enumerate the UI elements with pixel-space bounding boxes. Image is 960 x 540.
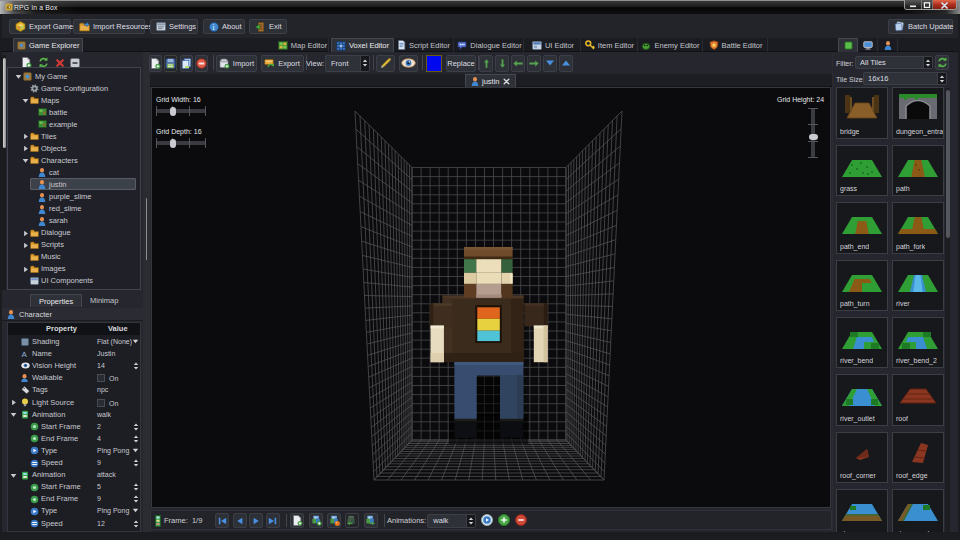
svg-text:i: i [213, 22, 215, 31]
svg-text:A: A [22, 350, 28, 358]
